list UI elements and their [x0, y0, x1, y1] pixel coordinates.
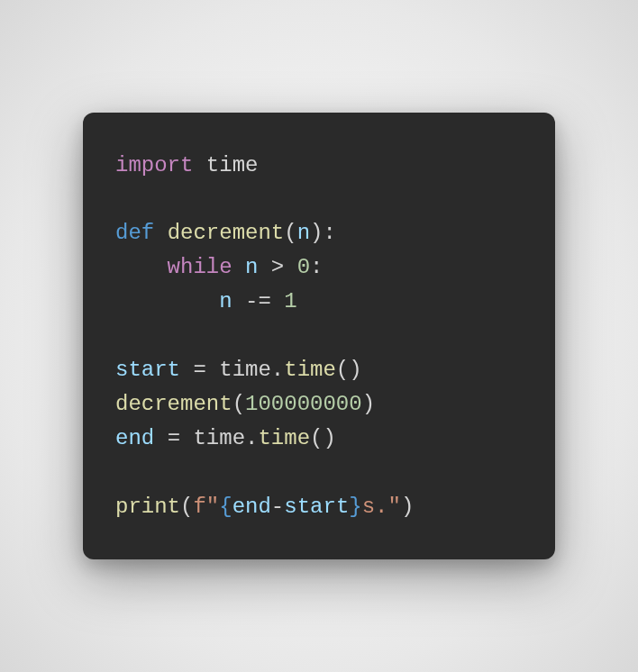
- lparen: (: [284, 221, 296, 245]
- parens: (): [336, 358, 362, 382]
- var-start: start: [284, 495, 349, 519]
- fstring-rbrace: }: [349, 495, 361, 519]
- keyword-def: def: [115, 221, 154, 245]
- space: [154, 426, 167, 450]
- func-decrement: decrement: [115, 392, 232, 416]
- var-end: end: [232, 495, 271, 519]
- indent: [115, 255, 168, 279]
- keyword-while: while: [168, 255, 232, 279]
- num-zero: 0: [297, 255, 310, 279]
- rparen-colon: ):: [310, 221, 336, 245]
- space: [271, 289, 284, 313]
- module-name: time: [206, 153, 259, 177]
- method-time: time: [284, 358, 336, 382]
- indent: [115, 289, 219, 313]
- num-one: 1: [284, 289, 296, 313]
- num-arg: 100000000: [245, 392, 362, 416]
- function-name: decrement: [168, 221, 285, 245]
- code-card: import time def decrement(n): while n > …: [83, 113, 555, 560]
- func-print: print: [115, 495, 180, 519]
- space: [206, 358, 219, 382]
- space: [258, 255, 270, 279]
- parens: (): [310, 426, 336, 450]
- space: [193, 153, 205, 177]
- space: [232, 289, 245, 313]
- fstring-lbrace: {: [219, 495, 232, 519]
- space: [232, 255, 245, 279]
- space: [180, 358, 193, 382]
- lparen: (: [232, 392, 245, 416]
- rparen: ): [362, 392, 375, 416]
- op-minus: -: [271, 495, 284, 519]
- op-eq: =: [193, 358, 205, 382]
- space: [284, 255, 296, 279]
- op-gt: >: [271, 255, 284, 279]
- space: [180, 426, 193, 450]
- fstring-suffix: s.": [362, 495, 401, 519]
- param-n: n: [297, 221, 310, 245]
- dot: .: [271, 358, 284, 382]
- method-time: time: [258, 426, 310, 450]
- op-eq: =: [168, 426, 180, 450]
- keyword-import: import: [115, 153, 193, 177]
- var-start: start: [115, 358, 180, 382]
- lparen: (: [180, 495, 193, 519]
- obj-time: time: [219, 358, 271, 382]
- op-minus-eq: -=: [245, 289, 271, 313]
- fstring-prefix: f": [193, 495, 219, 519]
- code-block: import time def decrement(n): while n > …: [115, 149, 523, 524]
- dot: .: [245, 426, 258, 450]
- space: [154, 221, 167, 245]
- var-n: n: [219, 289, 232, 313]
- obj-time: time: [193, 426, 245, 450]
- var-end: end: [115, 426, 154, 450]
- rparen: ): [401, 495, 414, 519]
- var-n: n: [245, 255, 258, 279]
- colon: :: [310, 255, 323, 279]
